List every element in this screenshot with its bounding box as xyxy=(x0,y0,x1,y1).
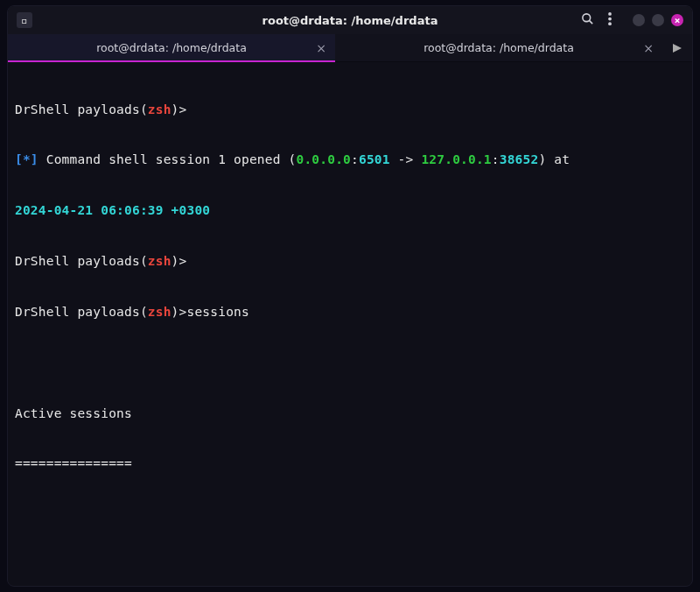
prompt-line: DrShell payloads(zsh)>sessions xyxy=(15,304,685,321)
svg-point-4 xyxy=(608,22,612,25)
close-button[interactable] xyxy=(671,14,683,26)
titlebar: ▫ root@drdata: /home/drdata xyxy=(8,6,692,34)
svg-marker-5 xyxy=(673,44,682,53)
timestamp-line: 2024-04-21 06:06:39 +0300 xyxy=(15,202,685,219)
maximize-button[interactable] xyxy=(652,14,664,26)
prompt-line: DrShell payloads(zsh)> xyxy=(15,253,685,270)
active-sessions-rule: =============== xyxy=(15,455,685,472)
close-icon[interactable]: × xyxy=(316,41,326,55)
search-icon[interactable] xyxy=(581,12,594,29)
tab-2[interactable]: root@drdata: /home/drdata × xyxy=(335,34,662,61)
window-controls xyxy=(633,14,683,26)
new-tab-button[interactable] xyxy=(662,34,692,61)
menu-icon[interactable] xyxy=(608,12,612,29)
terminal-output[interactable]: DrShell payloads(zsh)> [*] Command shell… xyxy=(8,62,692,586)
new-window-icon[interactable]: ▫ xyxy=(17,12,32,28)
svg-point-3 xyxy=(608,17,612,20)
minimize-button[interactable] xyxy=(633,14,645,26)
blank-line xyxy=(15,355,685,371)
sessions-table: Session ID Address Port Country Device T… xyxy=(15,577,685,586)
active-sessions-header: Active sessions xyxy=(15,405,685,422)
tab-label: root@drdata: /home/drdata xyxy=(96,41,247,54)
session-opened-line: [*] Command shell session 1 opened (0.0.… xyxy=(15,152,685,168)
svg-point-0 xyxy=(583,13,591,21)
tab-bar: root@drdata: /home/drdata × root@drdata:… xyxy=(8,34,692,62)
blank-line xyxy=(15,506,685,523)
tab-label: root@drdata: /home/drdata xyxy=(424,41,574,54)
terminal-window: ▫ root@drdata: /home/drdata root@drdata:… xyxy=(7,5,693,587)
prompt-line: DrShell payloads(zsh)> xyxy=(15,102,685,118)
svg-point-2 xyxy=(608,12,612,16)
close-icon[interactable]: × xyxy=(643,41,654,55)
svg-line-1 xyxy=(589,20,592,24)
titlebar-actions xyxy=(581,12,683,29)
tab-1[interactable]: root@drdata: /home/drdata × xyxy=(8,34,335,61)
